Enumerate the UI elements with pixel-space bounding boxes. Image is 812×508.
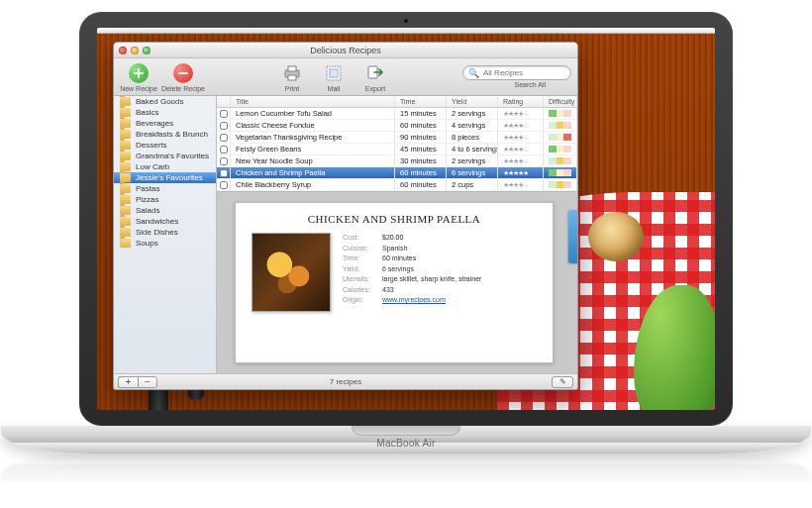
search-input[interactable] — [483, 68, 571, 77]
recipe-table-header[interactable]: Title Time Yield Rating Difficulty — [217, 96, 577, 108]
column-rating[interactable]: Rating — [498, 96, 544, 107]
folder-icon — [120, 162, 131, 171]
row-checkbox[interactable] — [220, 110, 228, 118]
table-row[interactable]: Vegetarian Thanksgiving Recipe90 minutes… — [217, 132, 577, 144]
column-time[interactable]: Time — [395, 96, 447, 107]
column-title[interactable]: Title — [231, 96, 395, 107]
sidebar-item-label: Side Dishes — [136, 228, 178, 237]
pencil-icon: ✎ — [559, 377, 566, 386]
sidebar-item[interactable]: Desserts — [114, 140, 216, 151]
plus-circle-icon — [129, 63, 149, 83]
sidebar-item-label: Pastas — [136, 184, 159, 193]
cell-title: Lemon Cucumber Tofu Salad — [231, 108, 395, 119]
recipe-table-body[interactable]: Lemon Cucumber Tofu Salad15 minutes2 ser… — [217, 108, 577, 191]
macos-menubar[interactable] — [97, 28, 715, 34]
new-recipe-button[interactable]: New Recipe — [120, 62, 157, 92]
cell-time: 60 minutes — [395, 179, 447, 190]
recipe-title: CHICKEN AND SHRIMP PAELLA — [252, 213, 537, 225]
folder-icon — [120, 195, 131, 204]
sidebar-item-label: Low Carb — [136, 162, 169, 171]
sidebar-item-label: Basics — [136, 108, 159, 117]
folder-icon — [120, 184, 131, 193]
stamp-icon — [323, 62, 345, 84]
row-checkbox[interactable] — [220, 134, 228, 142]
row-checkbox[interactable] — [220, 169, 228, 177]
row-checkbox[interactable] — [220, 122, 228, 130]
cell-difficulty — [544, 155, 577, 166]
cell-yield: 4 to 6 servings — [447, 144, 498, 154]
recipe-card: CHICKEN AND SHRIMP PAELLA Cost:$20.00 Cu… — [235, 202, 554, 363]
camera — [404, 19, 408, 23]
sidebar-item-label: Pizzas — [136, 195, 159, 204]
window-titlebar[interactable]: Delicious Recipes — [114, 43, 577, 58]
table-row[interactable]: Feisty Green Beans45 minutes4 to 6 servi… — [217, 144, 577, 155]
sidebar-item[interactable]: Grandma's Favorites — [114, 151, 216, 161]
export-button[interactable]: Export — [356, 62, 394, 92]
cell-title: Feisty Green Beans — [231, 144, 395, 154]
cell-difficulty — [544, 132, 577, 143]
cell-yield: 4 servings — [447, 120, 498, 131]
cell-yield: 2 cups — [447, 179, 498, 190]
sidebar-item[interactable]: Low Carb — [114, 161, 216, 172]
sidebar-item[interactable]: Salads — [114, 205, 216, 216]
row-checkbox[interactable] — [220, 157, 228, 165]
sidebar-item[interactable]: Beverages — [114, 118, 216, 129]
print-button[interactable]: Print — [273, 62, 311, 92]
sidebar-item-label: Sandwiches — [136, 217, 178, 226]
cell-difficulty — [544, 144, 577, 154]
edit-button[interactable]: ✎ — [552, 376, 573, 388]
minus-circle-icon — [173, 63, 193, 83]
folder-icon — [120, 217, 131, 226]
cell-difficulty — [544, 108, 577, 119]
origin-link[interactable]: www.myrecipes.com — [382, 295, 446, 306]
cell-time: 30 minutes — [395, 155, 447, 166]
table-row[interactable]: Lemon Cucumber Tofu Salad15 minutes2 ser… — [217, 108, 577, 120]
cell-title: Chicken and Shrimp Paella — [231, 167, 395, 178]
sidebar-item[interactable]: Basics — [114, 107, 216, 118]
sidebar-item-label: Beverages — [136, 119, 173, 128]
column-yield[interactable]: Yield — [447, 96, 498, 107]
svg-rect-4 — [330, 69, 338, 77]
sidebar-item[interactable]: Soups — [114, 238, 216, 249]
table-row[interactable]: New Year Noodle Soup30 minutes2 servings… — [217, 155, 577, 167]
window-footer: + − 7 recipes ✎ — [114, 373, 577, 389]
sidebar-item[interactable]: Side Dishes — [114, 227, 216, 238]
sidebar-item[interactable]: Jessie's Favourites — [114, 172, 216, 183]
categories-sidebar[interactable]: Baked GoodsBasicsBeveragesBreakfasts & B… — [114, 96, 217, 373]
table-row[interactable]: Chicken and Shrimp Paella60 minutes6 ser… — [217, 167, 577, 179]
sidebar-item[interactable]: Breakfasts & Brunch — [114, 129, 216, 140]
folder-icon — [120, 130, 131, 139]
table-row[interactable]: Classic Cheese Fondue60 minutes4 serving… — [217, 120, 577, 132]
cell-title: Vegetarian Thanksgiving Recipe — [231, 132, 395, 143]
folder-icon — [120, 119, 131, 128]
cell-rating: ★★★★☆ — [498, 120, 544, 131]
row-checkbox[interactable] — [220, 181, 228, 189]
sidebar-item-label: Salads — [136, 206, 159, 215]
cell-title: New Year Noodle Soup — [231, 155, 395, 166]
search-field[interactable]: 🔍 — [462, 65, 571, 80]
cell-rating: ★★★★☆ — [498, 155, 544, 166]
folder-icon — [120, 141, 131, 150]
mail-button[interactable]: Mail — [315, 62, 353, 92]
table-row[interactable]: Chile Blackberry Syrup60 minutes2 cups★★… — [217, 179, 577, 191]
sidebar-item-label: Breakfasts & Brunch — [136, 130, 208, 139]
column-difficulty[interactable]: Difficulty — [544, 96, 577, 107]
cell-rating: ★★★★☆ — [498, 132, 544, 143]
bookmark-tab[interactable] — [568, 210, 577, 263]
sidebar-item[interactable]: Baked Goods — [114, 96, 216, 107]
cell-title: Chile Blackberry Syrup — [231, 179, 395, 190]
sidebar-item[interactable]: Pastas — [114, 183, 216, 194]
cell-time: 60 minutes — [395, 167, 447, 178]
delete-recipe-button[interactable]: Delete Recipe — [161, 62, 205, 92]
sidebar-item[interactable]: Pizzas — [114, 194, 216, 205]
cell-yield: 2 servings — [447, 108, 498, 119]
cell-time: 15 minutes — [395, 108, 447, 119]
folder-icon — [120, 97, 131, 106]
svg-rect-1 — [288, 66, 296, 71]
row-checkbox[interactable] — [220, 146, 228, 153]
cell-rating: ★★★★☆ — [498, 108, 544, 119]
sidebar-item-label: Desserts — [136, 141, 167, 150]
export-arrow-icon — [364, 62, 386, 84]
sidebar-item[interactable]: Sandwiches — [114, 216, 216, 227]
laptop-reflection — [1, 454, 811, 481]
